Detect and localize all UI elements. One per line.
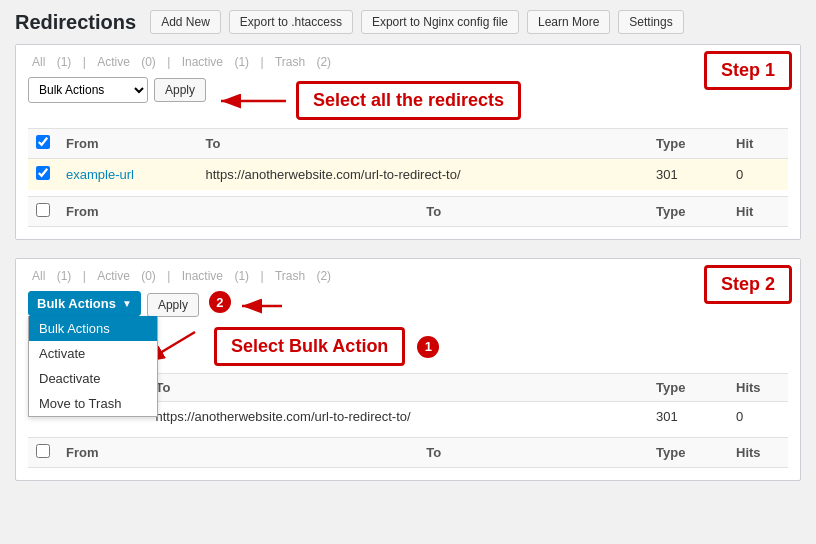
arrow-to-apply <box>237 295 287 317</box>
redirects-table-1b: From To Type Hit <box>28 196 788 227</box>
dropdown-arrow-2: ▼ <box>122 298 132 309</box>
col-to-1b: To <box>418 197 648 227</box>
toolbar-1: Bulk Actions Apply <box>28 77 206 103</box>
bulk-actions-select-1[interactable]: Bulk Actions <box>28 77 148 103</box>
filter-active-1[interactable]: Active (0) <box>93 55 160 69</box>
type-2: 301 <box>648 402 728 432</box>
filter-inactive-1[interactable]: Inactive (1) <box>178 55 253 69</box>
col-hit-1: Hit <box>728 129 788 159</box>
page-header: Redirections Add New Export to .htaccess… <box>15 10 801 34</box>
bulk-actions-dropdown-2[interactable]: Bulk Actions ▼ Bulk Actions Activate Dea… <box>28 291 141 316</box>
step-num-bulk: 1 <box>417 336 439 358</box>
callout-select-all: Select all the redirects <box>296 81 521 120</box>
apply-button-2[interactable]: Apply <box>147 293 199 317</box>
col-type-2: Type <box>648 374 728 402</box>
add-new-button[interactable]: Add New <box>150 10 221 34</box>
filter-active-2[interactable]: Active (0) <box>93 269 160 283</box>
panel-step1: Step 1 All (1) | Active (0) | Inactive (… <box>15 44 801 240</box>
arrow-to-checkbox-1 <box>216 86 296 116</box>
filter-tabs-2: All (1) | Active (0) | Inactive (1) | Tr… <box>28 269 788 283</box>
col-to-1: To <box>197 129 648 159</box>
to-url-1: https://anotherwebsite.com/url-to-redire… <box>197 159 648 191</box>
filter-inactive-2[interactable]: Inactive (1) <box>178 269 253 283</box>
hits-2: 0 <box>728 402 788 432</box>
callout-select-bulk: Select Bulk Action <box>214 327 405 366</box>
filter-tabs-1: All (1) | Active (0) | Inactive (1) | Tr… <box>28 55 788 69</box>
select-all-checkbox-2b[interactable] <box>36 444 50 458</box>
toolbar-2: Bulk Actions ▼ Bulk Actions Activate Dea… <box>28 291 287 317</box>
from-url-1[interactable]: example-url <box>66 167 134 182</box>
col-type-1: Type <box>648 129 728 159</box>
page-wrap: Redirections Add New Export to .htaccess… <box>0 0 816 509</box>
col-to-2: To <box>148 374 648 402</box>
dd-bulk-actions[interactable]: Bulk Actions <box>29 316 157 341</box>
to-url-2: https://anotherwebsite.com/url-to-redire… <box>148 402 648 432</box>
col-from-1: From <box>58 129 197 159</box>
filter-all-2[interactable]: All (1) <box>28 269 75 283</box>
settings-button[interactable]: Settings <box>618 10 683 34</box>
panel-step2: Step 2 All (1) | Active (0) | Inactive (… <box>15 258 801 481</box>
select-all-checkbox-1[interactable] <box>36 135 50 149</box>
filter-trash-1[interactable]: Trash (2) <box>271 55 335 69</box>
type-1: 301 <box>648 159 728 191</box>
dropdown-menu-2: Bulk Actions Activate Deactivate Move to… <box>28 316 158 417</box>
dd-deactivate[interactable]: Deactivate <box>29 366 157 391</box>
export-nginx-button[interactable]: Export to Nginx config file <box>361 10 519 34</box>
select-all-checkbox-1b[interactable] <box>36 203 50 217</box>
dd-activate[interactable]: Activate <box>29 341 157 366</box>
page-title: Redirections <box>15 11 136 34</box>
filter-all-1[interactable]: All (1) <box>28 55 75 69</box>
col-type-2b: Type <box>648 438 728 468</box>
dd-move-to-trash[interactable]: Move to Trash <box>29 391 157 416</box>
step-num-apply: 2 <box>209 291 231 313</box>
col-hits-2b: Hits <box>728 438 788 468</box>
col-hits-2: Hits <box>728 374 788 402</box>
filter-trash-2[interactable]: Trash (2) <box>271 269 335 283</box>
col-to-2b: To <box>418 438 648 468</box>
redirects-table-1: From To Type Hit example-url https://ano… <box>28 128 788 190</box>
col-from-1b: From <box>58 197 418 227</box>
table-row: example-url https://anotherwebsite.com/u… <box>28 159 788 191</box>
col-type-1b: Type <box>648 197 728 227</box>
bulk-actions-label-2: Bulk Actions <box>37 296 116 311</box>
col-from-2b: From <box>58 438 418 468</box>
apply-button-1[interactable]: Apply <box>154 78 206 102</box>
hits-1: 0 <box>728 159 788 191</box>
learn-more-button[interactable]: Learn More <box>527 10 610 34</box>
row-checkbox-1[interactable] <box>36 166 50 180</box>
export-htaccess-button[interactable]: Export to .htaccess <box>229 10 353 34</box>
redirects-table-2b: From To Type Hits <box>28 437 788 468</box>
col-hit-1b: Hit <box>728 197 788 227</box>
